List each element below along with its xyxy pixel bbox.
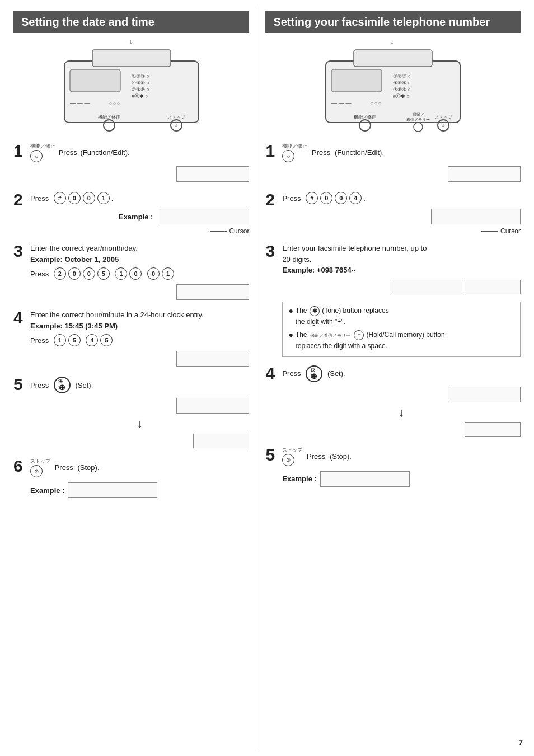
step3-number: 3	[13, 243, 27, 260]
btn-1-left4a: 1	[54, 334, 66, 346]
btn-2-left3: 2	[54, 267, 66, 280]
right-step5-stop: (Stop).	[330, 452, 352, 461]
step1-lcd	[176, 166, 249, 182]
step1-number: 1	[13, 143, 27, 159]
svg-text:↓: ↓	[390, 39, 394, 46]
btn-set-right4: 決定 ⊕	[306, 365, 322, 382]
left-step4: 4 Enter the correct hour/minute in a 24-…	[13, 309, 249, 368]
right-step2-period: .	[363, 194, 366, 203]
right-step2-lcd	[431, 209, 521, 224]
step2-press: Press	[30, 194, 49, 203]
right-step1: 1 機能／修正 ○ Press (Function/Edit).	[265, 143, 521, 184]
right-step3: 3 Enter your facsimile telephone number,…	[265, 243, 521, 357]
step4-bold: Example: 15:45 (3:45 PM)	[30, 321, 249, 332]
btn-0-left2: 0	[68, 192, 81, 204]
svg-text:④⑤⑥ ○: ④⑤⑥ ○	[393, 80, 411, 86]
right-step1-number: 1	[265, 143, 279, 159]
svg-text:○ ○ ○: ○ ○ ○	[109, 101, 120, 106]
step5-arrow: ↓	[30, 416, 249, 431]
step5-set: (Set).	[75, 381, 93, 389]
btn-holdmem-right3: ○	[354, 330, 364, 340]
step4-text1: Enter the correct hour/minute in a 24-ho…	[30, 309, 249, 321]
step6-number: 6	[13, 458, 27, 475]
svg-text:○ ○ ○: ○ ○ ○	[371, 101, 381, 106]
step5-press: Press	[30, 381, 49, 389]
right-step1-lcd	[448, 166, 521, 182]
svg-text:— — —: — — —	[331, 100, 352, 106]
svg-rect-1	[92, 50, 171, 67]
step4-lcd	[176, 351, 249, 367]
svg-text:↓: ↓	[129, 39, 132, 46]
svg-text:#⓪✱ ○: #⓪✱ ○	[132, 93, 148, 99]
btn-0-left3b: 0	[83, 267, 95, 280]
svg-text:保留／: 保留／	[413, 112, 424, 117]
step2-number: 2	[13, 191, 27, 208]
left-step2: 2 Press # 0 0 1 . Example :	[13, 191, 249, 235]
right-step2: 2 Press # 0 0 4 . Cursor	[265, 191, 521, 235]
svg-text:④⑤⑥ ○: ④⑤⑥ ○	[132, 80, 149, 86]
svg-text:ストップ: ストップ	[434, 115, 453, 120]
right-step3-bold: Example: +098 7654··	[282, 265, 521, 276]
right-step5-example-label: Example :	[282, 475, 316, 483]
right-step4-lcd-bottom	[465, 422, 521, 437]
btn-0-right2b: 0	[335, 192, 347, 204]
svg-text:機能／修正: 機能／修正	[98, 115, 120, 120]
step5-lcd-bottom	[193, 434, 249, 448]
step6-stop: (Stop).	[77, 463, 99, 472]
btn-4-right2: 4	[349, 192, 362, 204]
btn-1-left3b: 1	[115, 267, 127, 280]
right-step1-text2: (Function/Edit).	[335, 148, 384, 157]
left-device-illustration: ↓ ①②③ ○ ④⑤⑥ ○ ⑦⑧⑨ ○ #⓪✱ ○ — — — ○ ○ ○ 機能…	[13, 39, 249, 134]
stop-btn-label-right5: ストップ ⊙	[282, 447, 302, 466]
right-step5-press: Press	[307, 452, 325, 461]
step5-lcd-top	[176, 398, 249, 414]
left-step5: 5 Press 決定 ⊕ (Set). ↓	[13, 376, 249, 450]
right-step4-lcd-top	[448, 387, 521, 402]
step4-press: Press	[30, 336, 49, 345]
step6-lcd	[68, 482, 157, 498]
step3-text1: Enter the correct year/month/day.	[30, 243, 249, 254]
right-step2-number: 2	[265, 191, 279, 208]
right-step5: 5 ストップ ⊙ Press (Stop). Example :	[265, 447, 521, 489]
left-step3: 3 Enter the correct year/month/day. Exam…	[13, 243, 249, 302]
btn-0b-left2: 0	[83, 192, 95, 204]
right-device-illustration: ↓ ①②③ ○ ④⑤⑥ ○ ⑦⑧⑨ ○ #⓪✱ ○ — — — ○ ○ ○ 機能…	[265, 39, 521, 134]
svg-text:着信メモリー: 着信メモリー	[406, 118, 430, 121]
step3-press: Press	[30, 270, 49, 278]
step5-number: 5	[13, 376, 27, 393]
step4-number: 4	[13, 309, 27, 326]
step3-lcd	[176, 284, 249, 300]
stop-btn-label-left6: ストップ ⊙	[30, 458, 50, 477]
btn-hash-left2: #	[54, 192, 66, 204]
btn-1-left2: 1	[97, 192, 110, 204]
right-step4-press: Press	[282, 369, 301, 378]
btn-0-left3a: 0	[68, 267, 81, 280]
right-step3-lcd1	[390, 280, 462, 295]
function-edit-btn-label-left1: 機能／修正 ○	[30, 143, 55, 162]
btn-tone-right3: ✱	[310, 306, 320, 316]
right-step3-notes: ● The ✱ (Tone) button replaces the digit…	[282, 302, 521, 357]
btn-0-left3c: 0	[129, 267, 142, 280]
left-step1: 1 機能／修正 ○ Press (Function/Edit).	[13, 143, 249, 184]
right-step5-number: 5	[265, 447, 279, 463]
right-step3-lcd2	[465, 280, 521, 294]
step2-cursor-label: Cursor	[229, 227, 249, 235]
right-step3-text1: Enter your facsimile telephone number, u…	[282, 243, 521, 254]
svg-text:①②③ ○: ①②③ ○	[132, 73, 149, 79]
svg-rect-18	[331, 69, 382, 92]
step2-period: .	[111, 194, 114, 203]
left-section-header: Setting the date and time	[13, 11, 249, 33]
right-section-header: Setting your facsimile telephone number	[265, 11, 521, 33]
right-step4: 4 Press 決定 ⊕ (Set). ↓	[265, 365, 521, 439]
step1-text: Press	[57, 148, 79, 157]
right-step3-text2: 20 digits.	[282, 254, 521, 265]
btn-5-left4: 5	[68, 334, 81, 346]
right-step3-number: 3	[265, 243, 279, 260]
step2-lcd	[160, 209, 249, 224]
btn-1-left3c: 1	[162, 267, 174, 280]
svg-rect-16	[354, 50, 432, 67]
step2-example-label: Example :	[119, 213, 153, 221]
btn-5b-left4: 5	[100, 334, 113, 346]
right-step2-press: Press	[282, 194, 301, 203]
right-step2-cursor: Cursor	[500, 227, 521, 235]
